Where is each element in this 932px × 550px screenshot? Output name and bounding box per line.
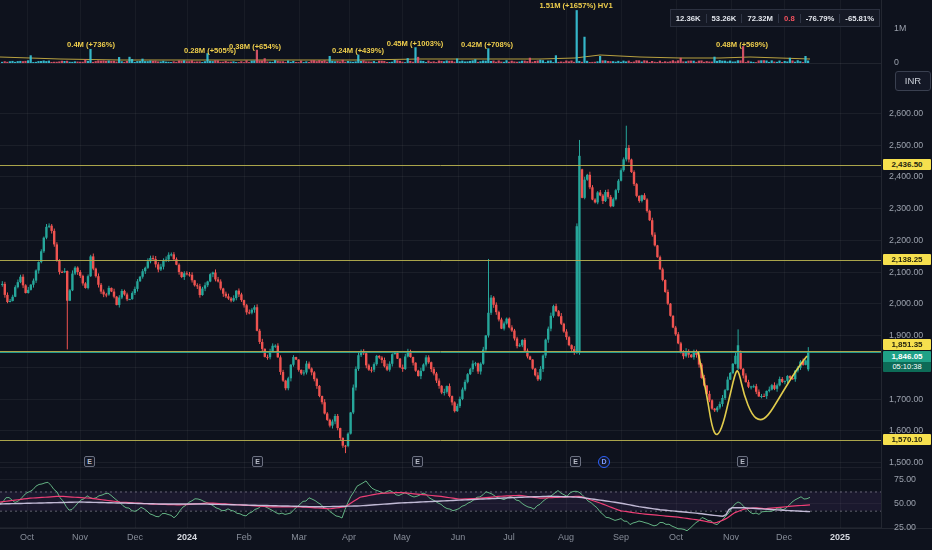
volume-axis-label: 1M bbox=[894, 23, 906, 33]
price-axis-label: 2,100.00 bbox=[889, 267, 923, 277]
volume-spike-label: 0.48M (+569%) bbox=[677, 40, 807, 49]
volume-indicator-databar[interactable]: 12.36K53.26K72.32M0.8-76.79%-65.81% bbox=[670, 9, 880, 27]
bar-countdown-timer: 05:10:38 bbox=[883, 362, 931, 372]
databar-segment-avg-vol: 53.26K bbox=[707, 14, 743, 23]
time-axis-label[interactable]: Apr bbox=[331, 532, 367, 542]
rsi-axis-label: 25.00 bbox=[894, 522, 916, 532]
current-price-tag: 1,846.05 05:10:38 bbox=[883, 351, 931, 372]
time-axis-label[interactable]: 2024 bbox=[169, 532, 205, 542]
time-axis-label[interactable]: Jun bbox=[440, 532, 476, 542]
volume-spike-label: 0.42M (+708%) bbox=[422, 40, 552, 49]
time-axis-label[interactable]: Jul bbox=[491, 532, 527, 542]
rsi-axis-label: 75.00 bbox=[894, 474, 916, 484]
time-axis-label[interactable]: Aug bbox=[548, 532, 584, 542]
chart-canvas[interactable] bbox=[0, 0, 932, 550]
time-axis-label[interactable]: Oct bbox=[658, 532, 694, 542]
earnings-badge[interactable]: E bbox=[84, 456, 95, 467]
time-axis-label[interactable]: Mar bbox=[281, 532, 317, 542]
rsi-axis-label: 50.00 bbox=[894, 498, 916, 508]
price-level-tag: 2,436.50 bbox=[883, 159, 931, 170]
earnings-badge[interactable]: E bbox=[737, 456, 748, 467]
time-axis-label[interactable]: Sep bbox=[603, 532, 639, 542]
price-level-tag: 2,138.25 bbox=[883, 254, 931, 265]
time-axis-label[interactable]: Nov bbox=[62, 532, 98, 542]
price-axis-label: 1,500.00 bbox=[889, 457, 923, 467]
dividend-badge[interactable]: D bbox=[598, 456, 610, 468]
time-axis-label[interactable]: Nov bbox=[713, 532, 749, 542]
price-axis-label: 2,400.00 bbox=[889, 171, 923, 181]
price-level-tag: 1,851.35 bbox=[883, 339, 931, 350]
price-axis-label: 2,300.00 bbox=[889, 203, 923, 213]
price-axis-label: 2,500.00 bbox=[889, 140, 923, 150]
price-axis-label: 2,000.00 bbox=[889, 298, 923, 308]
time-axis-label[interactable]: 2025 bbox=[822, 532, 858, 542]
earnings-badge[interactable]: E bbox=[570, 456, 581, 467]
databar-segment-u-d-vol: 0.8 bbox=[779, 14, 801, 23]
time-axis-label[interactable]: Oct bbox=[9, 532, 45, 542]
price-axis-label: 2,600.00 bbox=[889, 108, 923, 118]
databar-segment--chg: -76.79% bbox=[801, 14, 841, 23]
volume-axis-label: 0 bbox=[894, 57, 899, 67]
time-axis-label[interactable]: Dec bbox=[766, 532, 802, 542]
databar-segment-avg-vol: 72.32M bbox=[742, 14, 779, 23]
currency-button[interactable]: INR bbox=[895, 71, 931, 91]
highest-volume-label: 1.51M (+1657%) HV1 bbox=[516, 1, 636, 10]
earnings-badge[interactable]: E bbox=[412, 456, 423, 467]
price-axis-label: 1,700.00 bbox=[889, 394, 923, 404]
earnings-badge[interactable]: E bbox=[252, 456, 263, 467]
trading-chart-window: 1.51M (+1657%) HV1 12.36K53.26K72.32M0.8… bbox=[0, 0, 932, 550]
volume-spike-label: 0.4M (+736%) bbox=[26, 40, 156, 49]
current-price-value: 1,846.05 bbox=[883, 351, 931, 362]
time-axis-label[interactable]: May bbox=[384, 532, 420, 542]
time-axis-label[interactable]: Dec bbox=[117, 532, 153, 542]
databar-segment-vol-run-rate: -65.81% bbox=[840, 14, 879, 23]
databar-segment-volume: 12.36K bbox=[671, 14, 707, 23]
time-axis-label[interactable]: Feb bbox=[226, 532, 262, 542]
price-level-tag: 1,570.10 bbox=[883, 434, 931, 445]
price-axis-label: 2,200.00 bbox=[889, 235, 923, 245]
